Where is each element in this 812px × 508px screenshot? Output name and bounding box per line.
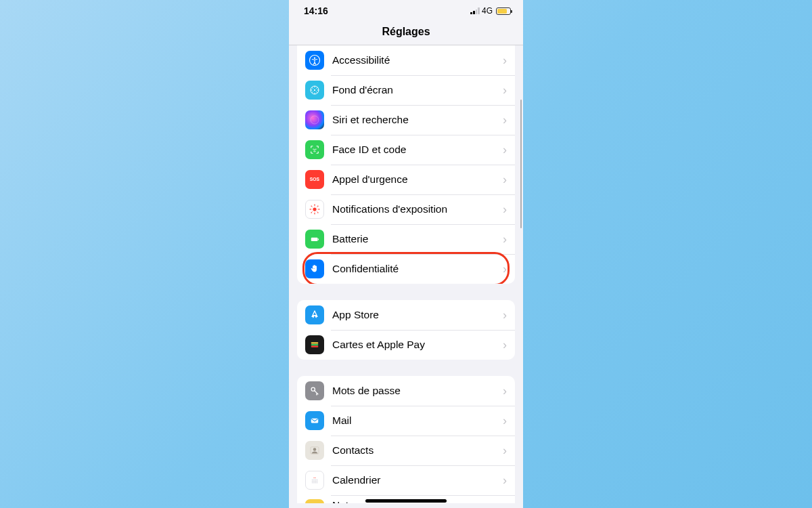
key-icon — [305, 381, 324, 400]
notes-icon — [305, 499, 324, 503]
row-label: Mail — [332, 415, 503, 427]
row-label: App Store — [332, 309, 503, 321]
row-exposure-notifications[interactable]: Notifications d'exposition › — [297, 194, 515, 224]
row-label: Accessibilité — [332, 54, 503, 66]
row-wallpaper[interactable]: Fond d'écran › — [297, 75, 515, 105]
calendar-icon: ••• — [305, 471, 324, 490]
scroll-indicator — [520, 100, 522, 228]
svg-point-22 — [317, 212, 319, 213]
svg-text:SOS: SOS — [310, 177, 320, 182]
chevron-right-icon: › — [503, 339, 507, 351]
wallpaper-icon — [305, 81, 324, 100]
row-label: Siri et recherche — [332, 114, 503, 126]
status-bar: 14:16 4G — [289, 0, 523, 22]
row-label: Notifications d'exposition — [332, 203, 503, 215]
battery-row-icon — [305, 230, 324, 249]
contacts-icon — [305, 441, 324, 460]
svg-rect-27 — [311, 342, 319, 343]
chevron-right-icon: › — [503, 474, 507, 486]
svg-rect-25 — [311, 238, 318, 241]
chevron-right-icon: › — [503, 309, 507, 321]
row-mail[interactable]: Mail › — [297, 406, 515, 436]
svg-rect-26 — [318, 238, 319, 240]
chevron-right-icon: › — [503, 84, 507, 96]
chevron-right-icon: › — [503, 173, 507, 186]
home-indicator[interactable] — [365, 499, 447, 503]
chevron-right-icon: › — [503, 444, 507, 457]
settings-group-accounts: Mots de passe › Mail › Contacts › ••• — [297, 376, 515, 503]
iphone-frame: 14:16 4G Réglages Accessibilité › — [289, 0, 523, 508]
svg-point-21 — [311, 205, 312, 207]
svg-point-23 — [311, 212, 312, 213]
exposure-icon — [305, 200, 324, 219]
page-title: Réglages — [289, 22, 523, 45]
svg-point-1 — [314, 57, 315, 58]
status-indicators: 4G — [470, 6, 511, 16]
svg-point-19 — [310, 209, 311, 210]
row-calendar[interactable]: ••• Calendrier › — [297, 465, 515, 495]
faceid-icon — [305, 140, 324, 159]
row-passwords[interactable]: Mots de passe › — [297, 376, 515, 406]
svg-point-32 — [313, 448, 317, 451]
svg-point-5 — [313, 149, 313, 150]
svg-point-3 — [314, 89, 315, 91]
svg-point-20 — [319, 209, 320, 210]
row-sos[interactable]: SOS Appel d'urgence › — [297, 165, 515, 194]
chevron-right-icon: › — [503, 144, 507, 156]
row-label: Confidentialité — [332, 263, 503, 275]
row-siri[interactable]: Siri et recherche › — [297, 105, 515, 135]
settings-group-store: App Store › Cartes et Apple Pay › — [297, 300, 515, 360]
chevron-right-icon: › — [503, 203, 507, 215]
row-wallet[interactable]: Cartes et Apple Pay › — [297, 330, 515, 360]
chevron-right-icon: › — [503, 263, 507, 275]
row-label: Contacts — [332, 444, 503, 457]
row-accessibility[interactable]: Accessibilité › — [297, 45, 515, 75]
svg-point-18 — [314, 213, 315, 215]
mail-icon — [305, 411, 324, 430]
svg-point-17 — [314, 205, 315, 206]
chevron-right-icon: › — [503, 54, 507, 66]
svg-point-6 — [315, 149, 316, 150]
hand-icon — [305, 259, 324, 278]
wallet-icon — [305, 335, 324, 354]
chevron-right-icon: › — [503, 114, 507, 126]
svg-point-8 — [313, 207, 316, 211]
chevron-right-icon: › — [503, 233, 507, 245]
row-label: Batterie — [332, 233, 503, 245]
row-appstore[interactable]: App Store › — [297, 300, 515, 330]
sos-icon: SOS — [305, 170, 324, 189]
row-privacy[interactable]: Confidentialité › — [297, 254, 515, 284]
signal-icon — [470, 7, 480, 14]
row-label: Face ID et code — [332, 144, 503, 156]
row-label: Fond d'écran — [332, 84, 503, 96]
chevron-right-icon: › — [503, 385, 507, 397]
row-label: Cartes et Apple Pay — [332, 339, 503, 351]
appstore-icon — [305, 305, 324, 324]
svg-point-24 — [317, 205, 319, 207]
chevron-right-icon: › — [503, 415, 507, 427]
svg-rect-28 — [311, 344, 319, 345]
settings-scroll[interactable]: Accessibilité › Fond d'écran › Siri et r… — [289, 45, 523, 503]
row-battery[interactable]: Batterie › — [297, 224, 515, 254]
battery-icon — [496, 7, 511, 15]
svg-text:•••: ••• — [313, 477, 316, 480]
svg-point-4 — [311, 116, 319, 124]
accessibility-icon — [305, 51, 324, 70]
row-label: Appel d'urgence — [332, 173, 503, 186]
settings-group-general: Accessibilité › Fond d'écran › Siri et r… — [297, 45, 515, 284]
svg-rect-29 — [311, 346, 319, 347]
row-faceid[interactable]: Face ID et code › — [297, 135, 515, 165]
status-time: 14:16 — [304, 5, 328, 16]
row-label: Mots de passe — [332, 385, 503, 397]
row-contacts[interactable]: Contacts › — [297, 436, 515, 465]
siri-icon — [305, 110, 324, 129]
network-label: 4G — [482, 6, 493, 16]
row-label: Calendrier — [332, 474, 503, 486]
